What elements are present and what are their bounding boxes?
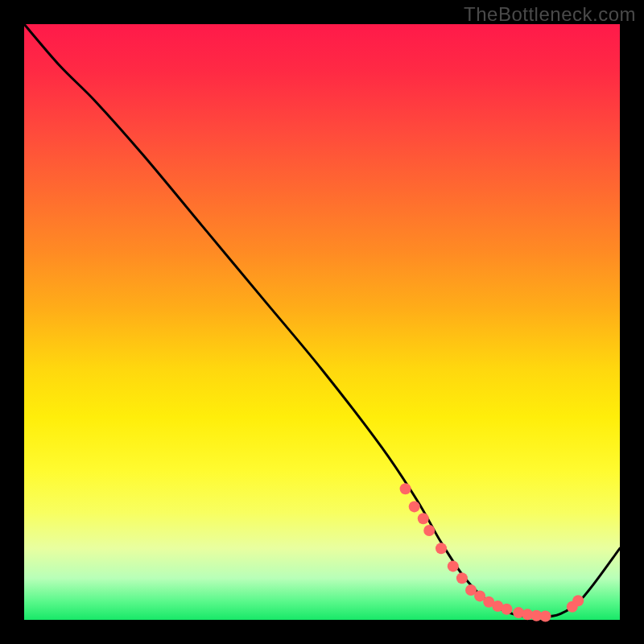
data-marker: [436, 543, 447, 554]
data-marker: [409, 501, 420, 512]
data-marker: [418, 513, 429, 524]
data-marker: [501, 604, 512, 615]
plot-area: [24, 24, 620, 620]
chart-frame: TheBottleneck.com: [0, 0, 644, 644]
data-marker: [400, 483, 411, 494]
watermark-text: TheBottleneck.com: [464, 3, 636, 26]
curve-line-group: [24, 24, 620, 617]
curve-line: [24, 24, 620, 617]
chart-svg: [24, 24, 620, 620]
marker-group: [400, 483, 584, 621]
data-marker: [448, 560, 459, 572]
data-marker: [456, 572, 468, 584]
data-marker: [423, 525, 435, 536]
data-marker: [572, 595, 584, 606]
data-marker: [540, 611, 551, 622]
